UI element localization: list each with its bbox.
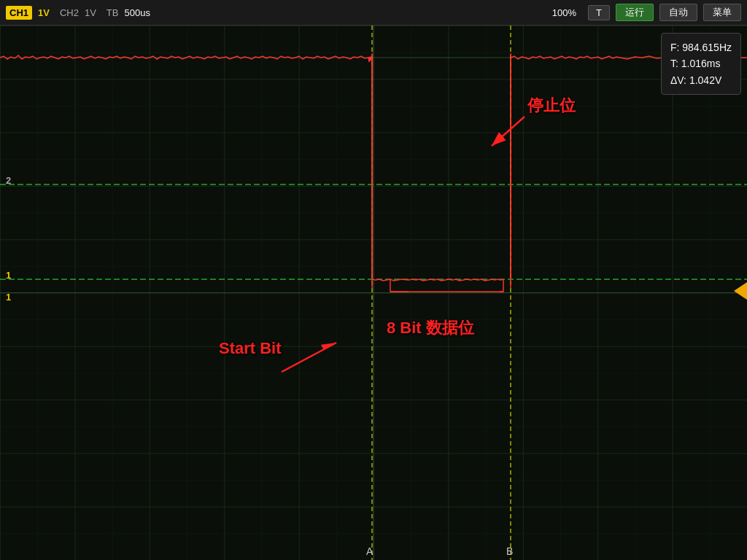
cursor-b-label: B	[506, 545, 513, 557]
top-bar: CH1 1V CH2 1V TB 500us 100% T 运行 自动 菜单	[0, 0, 747, 26]
info-box: F: 984.615Hz T: 1.016ms ΔV: 1.042V	[661, 33, 741, 95]
waveform	[0, 26, 747, 560]
ch2-level-marker: 2	[6, 175, 11, 186]
trigger-level-indicator	[734, 282, 747, 300]
trigger-level-marker: 1	[6, 292, 11, 303]
tb-val: 500us	[124, 7, 150, 18]
tb-label: TB	[107, 7, 119, 18]
time-info: T: 1.016ms	[670, 55, 732, 71]
auto-button[interactable]: 自动	[659, 4, 697, 21]
ch2-volt: 1V	[85, 7, 96, 18]
frequency-info: F: 984.615Hz	[670, 39, 732, 55]
ch2-label: CH2	[60, 7, 79, 18]
menu-button[interactable]: 菜单	[703, 4, 741, 21]
delta-v-info: ΔV: 1.042V	[670, 72, 732, 88]
trigger-button[interactable]: T	[588, 5, 610, 20]
cursor-a-label: A	[366, 545, 373, 557]
zoom-percent: 100%	[552, 7, 576, 18]
run-button[interactable]: 运行	[616, 4, 654, 21]
scope-screen: 停止位 Start Bit 8 Bit 数据位 F: 984.61	[0, 26, 747, 560]
ch1-badge[interactable]: CH1	[6, 6, 32, 20]
ch1-level-marker: 1	[6, 270, 11, 281]
ch1-volt: 1V	[38, 7, 50, 18]
